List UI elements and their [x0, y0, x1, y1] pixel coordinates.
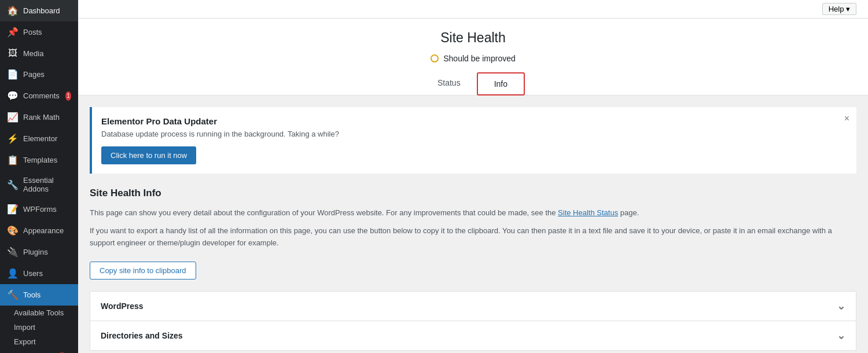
notice-description: Database update process is running in th…	[101, 130, 847, 138]
sidebar-item-pages[interactable]: 📄 Pages	[0, 64, 78, 85]
sidebar: 🏠 Dashboard 📌 Posts 🖼 Media 📄 Pages 💬 Co…	[0, 0, 78, 353]
sidebar-item-dashboard[interactable]: 🏠 Dashboard	[0, 0, 78, 21]
accordion-directories-header[interactable]: Directories and Sizes ⌄	[90, 321, 856, 350]
sidebar-item-label: Pages	[23, 70, 45, 79]
comments-icon: 💬	[7, 90, 19, 101]
sidebar-item-posts[interactable]: 📌 Posts	[0, 21, 78, 43]
sidebar-item-elementor[interactable]: ⚡ Elementor	[0, 128, 78, 149]
notice-title: Elementor Pro Data Updater	[101, 116, 847, 126]
sidebar-item-label: Users	[23, 269, 43, 278]
accordion-directories-label: Directories and Sizes	[101, 331, 183, 340]
sidebar-item-label: Tools	[23, 291, 41, 299]
dashboard-icon: 🏠	[7, 5, 19, 16]
notice-run-button[interactable]: Click here to run it now	[101, 146, 196, 164]
site-health-status-link[interactable]: Site Health Status	[558, 208, 618, 217]
elementor-icon: ⚡	[7, 133, 19, 144]
sidebar-item-wpforms[interactable]: 📝 WPForms	[0, 198, 78, 220]
posts-icon: 📌	[7, 27, 19, 38]
plugins-icon: 🔌	[7, 247, 19, 258]
section-title: Site Health Info	[90, 187, 856, 199]
page-title: Site Health	[78, 30, 868, 46]
chevron-down-icon: ⌄	[837, 300, 845, 312]
sidebar-item-tools[interactable]: 🔨 Tools	[0, 284, 78, 306]
tools-icon: 🔨	[7, 289, 19, 300]
tab-row: Status Info	[78, 72, 868, 95]
accordion-wordpress-header[interactable]: WordPress ⌄	[90, 292, 856, 321]
section-paragraph-2: If you want to export a handy list of al…	[90, 225, 856, 249]
notice-close-button[interactable]: ×	[844, 114, 849, 123]
section-paragraph-1: This page can show you every detail abou…	[90, 207, 856, 219]
tab-status[interactable]: Status	[421, 72, 477, 95]
sidebar-item-templates[interactable]: 📋 Templates	[0, 149, 78, 171]
sidebar-item-comments[interactable]: 💬 Comments 1	[0, 85, 78, 106]
sidebar-item-media[interactable]: 🖼 Media	[0, 43, 78, 64]
appearance-icon: 🎨	[7, 225, 19, 236]
sidebar-item-label: Dashboard	[23, 6, 60, 15]
media-icon: 🖼	[7, 48, 19, 58]
sidebar-item-label: Appearance	[23, 226, 64, 235]
chevron-down-icon-2: ⌄	[837, 329, 845, 342]
status-row: Should be improved	[78, 54, 868, 63]
page-area: Site Health Should be improved Status In…	[78, 19, 868, 353]
comments-badge: 1	[65, 91, 71, 101]
sidebar-item-label: Plugins	[23, 248, 48, 256]
templates-icon: 📋	[7, 155, 19, 166]
sidebar-item-label: Rank Math	[23, 113, 60, 122]
essential-addons-icon: 🔧	[7, 179, 19, 190]
sidebar-item-appearance[interactable]: 🎨 Appearance	[0, 220, 78, 241]
accordion-wordpress-label: WordPress	[101, 301, 144, 311]
sidebar-item-label: Elementor	[23, 134, 57, 143]
sidebar-item-rank-math[interactable]: 📈 Rank Math	[0, 106, 78, 128]
notice-banner: × Elementor Pro Data Updater Database up…	[90, 107, 856, 174]
sidebar-sub-site-health[interactable]: Site Health 1	[0, 349, 78, 353]
main-content: Help ▾ Site Health Should be improved St…	[78, 0, 868, 353]
users-icon: 👤	[7, 268, 19, 279]
rank-math-icon: 📈	[7, 112, 19, 123]
accordion: WordPress ⌄ Directories and Sizes ⌄	[90, 291, 856, 351]
accordion-directories: Directories and Sizes ⌄	[90, 321, 856, 351]
accordion-wordpress: WordPress ⌄	[90, 291, 856, 321]
sidebar-sub-available-tools[interactable]: Available Tools	[0, 306, 78, 320]
copy-site-info-button[interactable]: Copy site info to clipboard	[90, 262, 196, 280]
sidebar-sub-export[interactable]: Export	[0, 334, 78, 349]
sidebar-item-label: Posts	[23, 28, 42, 36]
sidebar-item-label: Comments	[23, 91, 60, 100]
wpforms-icon: 📝	[7, 204, 19, 215]
sidebar-item-label: Templates	[23, 156, 57, 164]
sidebar-item-label: WPForms	[23, 205, 57, 214]
pages-icon: 📄	[7, 69, 19, 80]
sidebar-item-label: Essential Addons	[23, 176, 71, 193]
content-section: Site Health Info This page can show you …	[78, 174, 868, 353]
page-header: Site Health Should be improved Status In…	[78, 19, 868, 95]
sidebar-item-plugins[interactable]: 🔌 Plugins	[0, 241, 78, 263]
sidebar-item-essential-addons[interactable]: 🔧 Essential Addons	[0, 171, 78, 198]
top-bar: Help ▾	[78, 0, 868, 19]
status-text: Should be improved	[443, 54, 516, 63]
status-dot	[431, 54, 439, 62]
help-button[interactable]: Help ▾	[822, 3, 856, 15]
sidebar-item-users[interactable]: 👤 Users	[0, 263, 78, 284]
tab-info[interactable]: Info	[477, 72, 525, 95]
sidebar-item-label: Media	[23, 49, 43, 58]
sidebar-sub-import[interactable]: Import	[0, 320, 78, 334]
